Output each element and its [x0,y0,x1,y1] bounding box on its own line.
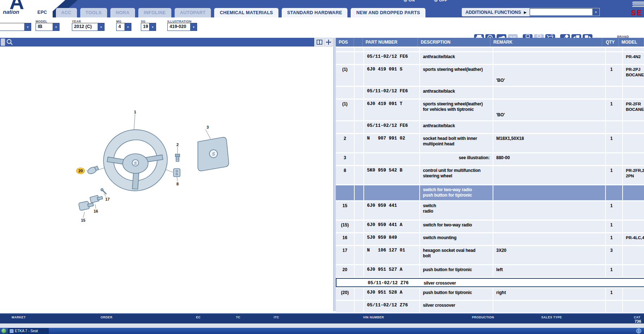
illustration-select[interactable]: 419-020▼ [167,23,197,31]
parts-row[interactable]: switch for two-way radiopush button for … [336,185,644,200]
callout-8[interactable]: 8 [176,182,179,186]
cell-qty [606,52,622,64]
callout-2[interactable]: 2 [176,142,179,147]
tab-tools[interactable]: TOOLS [80,8,107,17]
callout-1[interactable]: 1 [134,110,136,114]
radio-on[interactable]: ◎ON [404,0,415,2]
year-select[interactable]: 2012 (C)▼ [72,23,105,31]
status-field-market: MARKET [12,315,26,319]
cell-description: see illustration: [420,153,493,165]
cell-description: anthracite/black [420,121,493,133]
cell-part-number: 05/11-02/12 FE6 [364,87,419,98]
callout-15[interactable]: 15 [81,218,85,222]
cell-model [623,265,644,277]
cell-spacer [355,134,363,152]
cell-model [623,121,644,133]
chevron-down-icon[interactable]: ▼ [592,8,599,16]
main-tabs: EPCACCTOOLSNORAINFOLINEAUTOPARTCHEMICAL … [32,7,425,17]
additional-functions-select[interactable]: ▼ [529,8,600,16]
sg-select[interactable]: 19▼ [141,23,156,31]
tab-nora[interactable]: NORA [110,8,135,17]
chevron-down-icon[interactable]: ▼ [98,23,105,31]
cell-spacer [355,65,363,86]
model-select[interactable]: IB▼ [36,23,60,31]
chevron-down-icon[interactable]: ▼ [190,23,197,31]
cell-model: PR-4N2 [623,52,644,64]
chevron-down-icon[interactable]: ▼ [53,23,60,31]
cell-spacer [355,246,363,264]
zoom-disabled-icon[interactable] [1,39,5,46]
parts-row[interactable]: 05/11-02/12 FE6anthracite/black [336,121,644,133]
cell-part-number: 6J0 951 528 A [364,288,419,300]
cell-description: push button for tiptronic [420,265,493,277]
mg-select[interactable]: 4▼ [116,23,131,31]
split-view-icon[interactable] [315,38,323,47]
cell-remark [493,48,605,51]
callout-16[interactable]: 16 [94,209,98,213]
parts-row[interactable]: 05/11-02/12 Z76silver crossover [336,301,644,313]
cell-model: PR-2FR,2P2PN [623,166,644,184]
tab-chemical-materials[interactable]: CHEMICAL MATERIALS [214,8,278,17]
tab-acc[interactable]: ACC [56,8,77,17]
cell-model [623,221,644,232]
cell-remark [493,221,605,232]
cell-remark: 'BO' [493,100,605,120]
parts-row[interactable]: (15)6J0 959 441 Aswitch for two-way radi… [336,221,644,232]
cell-remark [493,185,605,200]
cell-remark: right [493,288,605,300]
cell-qty [606,185,622,200]
main-area: S S 123820171615 [0,38,644,311]
parts-row-selected[interactable]: 05/11-02/12 Z76silver crossover [336,278,644,287]
callout-3[interactable]: 3 [207,125,209,129]
parts-row[interactable]: (20)6J0 951 528 Apush button for tiptron… [336,288,644,300]
radio-off[interactable]: ◎OFF [434,0,447,2]
cell-description: anthracite/black [420,87,493,98]
chevron-down-icon[interactable]: ▼ [24,23,31,31]
parts-row[interactable]: 05/11-02/12 FE6anthracite/blackPR-4N2 [336,52,644,64]
cell-spacer [355,87,363,98]
cell-description: silver crossover [420,301,493,313]
cell-qty: 1 [606,65,622,86]
parts-row[interactable]: 206J0 951 527 Apush button for tiptronic… [336,265,644,277]
cell-model [623,246,644,264]
tab-new-and-dropped-parts[interactable]: NEW AND DROPPED PARTS [351,8,425,17]
cell-description: switch for two-way radiopush button for … [420,185,493,200]
parts-row[interactable]: (1)6J0 419 091 Tsports steering wheel(le… [336,100,644,120]
parts-row[interactable]: 17N 106 127 01hexagon socket oval headbo… [336,246,644,264]
tab-autopart[interactable]: AUTOPART [175,8,211,17]
parts-row[interactable]: 165J0 959 849switch mounting1PR-4LC,4L [336,233,644,245]
chevron-down-icon[interactable]: ▼ [149,23,156,31]
callout-20[interactable]: 20 [77,168,85,174]
col-header-part-number: PART NUMBER [363,38,418,47]
parts-row[interactable]: 156J0 959 441switchradio1 [336,201,644,220]
pan-move-icon[interactable] [324,38,333,47]
cell-remark [494,279,606,286]
parts-row[interactable]: 2N 907 991 02socket head bolt with inner… [336,134,644,152]
additional-functions-button[interactable]: ADDITIONAL FUNCTIONS ▶ [462,8,530,16]
cell-remark [493,166,605,184]
tab-epc[interactable]: EPC [32,7,53,17]
parts-table: POSPART NUMBERDESCRIPTIONREMARKQTYMODEL … [336,38,644,314]
taskbar-app-button[interactable]: ETKA 7 - Seat [8,328,49,334]
panel-divider[interactable] [333,38,336,311]
cell-pos: 15 [336,201,354,220]
catalog-select[interactable]: ▼ [0,23,31,31]
start-button-icon[interactable] [1,329,6,333]
cell-model [623,48,644,51]
cell-model [623,87,644,98]
tab-infoline[interactable]: INFOLINE [138,8,171,17]
magnifier-icon[interactable] [6,39,13,46]
seat-emblem-icon [632,1,644,8]
cell-spacer [355,301,363,313]
parts-row[interactable]: 85K0 959 542 Bcontrol unit for multifunc… [336,166,644,184]
cell-part-number: N 907 991 02 [364,134,419,152]
cell-pos: 3 [336,153,354,165]
parts-row[interactable] [336,48,644,51]
globe-icon[interactable] [636,328,641,334]
callout-17[interactable]: 17 [105,197,110,201]
parts-row[interactable]: 3see illustration:880-00 [336,153,644,165]
chevron-down-icon[interactable]: ▼ [125,23,131,31]
parts-row[interactable]: (1)6J0 419 091 Ssports steering wheel(le… [336,65,644,86]
parts-row[interactable]: 05/11-02/12 FE6anthracite/black [336,87,644,98]
tab-standard-hardware[interactable]: STANDARD HARDWARE [282,8,347,17]
